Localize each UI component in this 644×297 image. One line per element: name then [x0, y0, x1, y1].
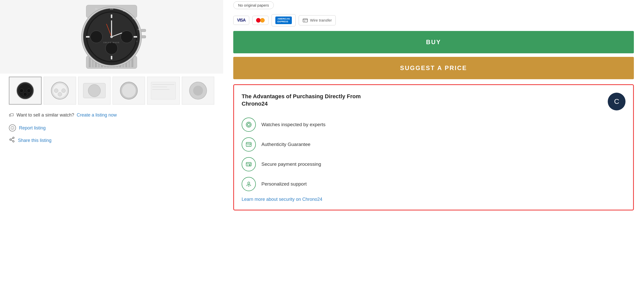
svg-rect-35 [134, 36, 137, 38]
left-panel: 200 180 160 140 120 110 65 [0, 0, 223, 297]
page-wrapper: 200 180 160 140 120 110 65 [0, 0, 644, 297]
svg-text:160: 160 [132, 18, 135, 19]
authenticity-icon [242, 137, 256, 152]
svg-point-40 [110, 36, 113, 38]
learn-more-security-link[interactable]: Learn more about security on Chrono24 [242, 197, 625, 202]
svg-rect-82 [246, 162, 251, 166]
watches-inspected-text: Watches inspected by experts [261, 122, 326, 127]
advantages-title: The Advantages of Purchasing Directly Fr… [242, 93, 361, 108]
thumbnail-2[interactable] [44, 77, 76, 105]
svg-text:180: 180 [123, 10, 126, 12]
svg-line-69 [11, 138, 13, 139]
report-section: Report listing [0, 121, 223, 133]
svg-rect-34 [111, 56, 112, 59]
sell-section: 🏷 Want to sell a similar watch? Create a… [0, 107, 223, 121]
svg-rect-70 [303, 19, 308, 22]
right-panel: No original papers VISA AMERICAN EXPRESS [223, 0, 644, 297]
svg-point-30 [90, 31, 102, 43]
svg-point-49 [54, 89, 58, 93]
thumbnail-6[interactable] [182, 77, 214, 105]
watches-inspected-icon [242, 118, 256, 132]
secure-payment-icon [242, 157, 256, 171]
visa-logo: VISA [237, 18, 245, 23]
svg-point-31 [105, 42, 118, 54]
badge-row: No original papers [233, 0, 634, 9]
svg-point-85 [249, 164, 250, 166]
svg-point-61 [193, 86, 203, 96]
svg-point-55 [122, 84, 136, 97]
secure-payment-text: Secure payment processing [261, 161, 321, 167]
thumbnail-5[interactable] [147, 77, 180, 105]
authenticity-text: Authenticity Guarantee [261, 142, 310, 147]
svg-point-45 [23, 92, 27, 96]
svg-point-51 [62, 89, 66, 93]
wire-transfer-label: Wire transfer [310, 18, 332, 22]
tag-icon: 🏷 [9, 112, 14, 118]
svg-text:SWISS MADE: SWISS MADE [103, 42, 120, 43]
advantage-item-authenticity: Authenticity Guarantee [242, 137, 625, 152]
svg-point-86 [248, 182, 250, 184]
chrono24-logo-circle: C [608, 93, 625, 110]
svg-text:140: 140 [137, 28, 140, 30]
svg-point-50 [58, 92, 62, 96]
watch-image: 200 180 160 140 120 110 65 [0, 0, 223, 74]
svg-point-46 [27, 89, 31, 92]
visa-payment-card: VISA [233, 16, 249, 25]
no-original-papers-badge: No original papers [233, 1, 274, 9]
svg-rect-36 [86, 36, 90, 38]
share-section: Share this listing [0, 133, 223, 145]
thumbnail-1[interactable] [9, 77, 42, 105]
report-listing-link[interactable]: Report listing [19, 125, 46, 131]
advantage-item-payment: Secure payment processing [242, 157, 625, 171]
wire-transfer-card: Wire transfer [299, 15, 336, 25]
mc-orange-circle [260, 18, 265, 23]
wire-transfer-icon [302, 18, 308, 23]
share-listing-link[interactable]: Share this listing [18, 138, 51, 143]
sell-text: Want to sell a similar watch? [16, 112, 74, 118]
svg-line-68 [11, 140, 13, 141]
payment-row: VISA AMERICAN EXPRESS Wire transfer [233, 14, 634, 26]
svg-point-73 [246, 122, 251, 127]
svg-point-66 [10, 139, 11, 140]
svg-rect-17 [141, 29, 146, 32]
advantages-card: The Advantages of Purchasing Directly Fr… [233, 84, 634, 210]
thumbnail-row [0, 74, 223, 107]
svg-text:200: 200 [110, 8, 113, 10]
svg-point-32 [121, 31, 133, 43]
buy-button[interactable]: BUY [233, 31, 634, 53]
report-icon [9, 124, 16, 131]
svg-point-65 [13, 137, 14, 139]
suggest-price-button[interactable]: SUGGEST A PRICE [233, 57, 634, 79]
advantage-item-support: Personalized support [242, 177, 625, 191]
amex-payment-card: AMERICAN EXPRESS [272, 14, 296, 26]
svg-point-53 [88, 85, 101, 97]
svg-rect-33 [111, 14, 112, 18]
personalized-support-text: Personalized support [261, 181, 307, 187]
thumbnail-3[interactable] [78, 77, 111, 105]
mastercard-payment-card [252, 16, 269, 25]
svg-point-67 [13, 141, 14, 142]
thumbnail-4[interactable] [113, 77, 145, 105]
personalized-support-icon [242, 177, 256, 191]
svg-text:65: 65 [95, 8, 98, 10]
svg-rect-1 [89, 57, 91, 67]
share-icon [9, 137, 15, 144]
advantage-item-watches: Watches inspected by experts [242, 118, 625, 132]
advantages-header: The Advantages of Purchasing Directly Fr… [242, 93, 625, 110]
main-image-area: 200 180 160 140 120 110 65 [0, 0, 223, 74]
amex-logo: AMERICAN EXPRESS [275, 16, 292, 24]
create-listing-link[interactable]: Create a listing now [77, 112, 117, 118]
svg-point-44 [20, 89, 23, 92]
